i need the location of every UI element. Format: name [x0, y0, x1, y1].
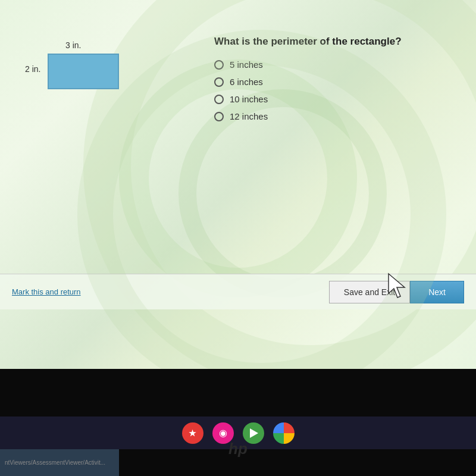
taskbar-chrome-icon[interactable]: [273, 422, 295, 444]
option-4[interactable]: 12 inches: [214, 111, 434, 121]
hp-logo: hp: [228, 440, 248, 458]
svg-marker-1: [250, 428, 258, 438]
radio-option-3[interactable]: [214, 95, 224, 104]
option-1[interactable]: 5 inches: [214, 60, 434, 70]
rect-left-label: 2 in.: [25, 64, 40, 74]
question-text: What is the perimeter of the rectangle?: [214, 36, 434, 48]
options-list: 5 inches 6 inches 10 inches 12 inches: [214, 60, 434, 121]
main-content: 3 in. 2 in. What is the perimeter of the…: [0, 0, 476, 369]
question-section: What is the perimeter of the rectangle? …: [190, 24, 446, 345]
taskbar-icon-1[interactable]: ★: [182, 422, 203, 444]
taskbar-icon-2-symbol: ◉: [219, 427, 227, 439]
bottom-buttons: Save and Exit Next: [329, 281, 464, 303]
radio-option-4[interactable]: [214, 112, 224, 121]
url-text: ntViewers/AssessmentViewer/Activit...: [5, 459, 105, 466]
taskbar-icon-1-symbol: ★: [189, 428, 196, 438]
option-1-label: 5 inches: [230, 60, 263, 70]
option-3-label: 10 inches: [230, 94, 268, 104]
url-bar: ntViewers/AssessmentViewer/Activit...: [0, 449, 119, 476]
diagram-container: 3 in. 2 in.: [48, 54, 119, 89]
svg-marker-0: [389, 274, 405, 298]
rectangle-diagram: [48, 54, 119, 89]
radio-option-2[interactable]: [214, 77, 224, 87]
cursor-pointer: [386, 271, 409, 300]
mark-return-link[interactable]: Mark this and return: [12, 287, 81, 296]
swirl-decoration-2: [178, 89, 387, 298]
option-3[interactable]: 10 inches: [214, 94, 434, 104]
monitor-bottom: ★ ◉ ntViewers/AssessmentViewer/Activit..…: [0, 369, 476, 476]
option-2-label: 6 inches: [230, 77, 263, 87]
rect-top-label: 3 in.: [65, 40, 81, 50]
screen: 3 in. 2 in. What is the perimeter of the…: [0, 0, 476, 369]
option-4-label: 12 inches: [230, 111, 268, 121]
save-exit-button[interactable]: Save and Exit: [329, 281, 410, 303]
next-button[interactable]: Next: [410, 281, 464, 303]
play-icon: [247, 427, 260, 440]
option-2[interactable]: 6 inches: [214, 77, 434, 87]
radio-option-1[interactable]: [214, 60, 224, 70]
swirl-decoration-1: [119, 60, 357, 298]
bottom-bar: Mark this and return Save and Exit Next: [0, 274, 476, 309]
